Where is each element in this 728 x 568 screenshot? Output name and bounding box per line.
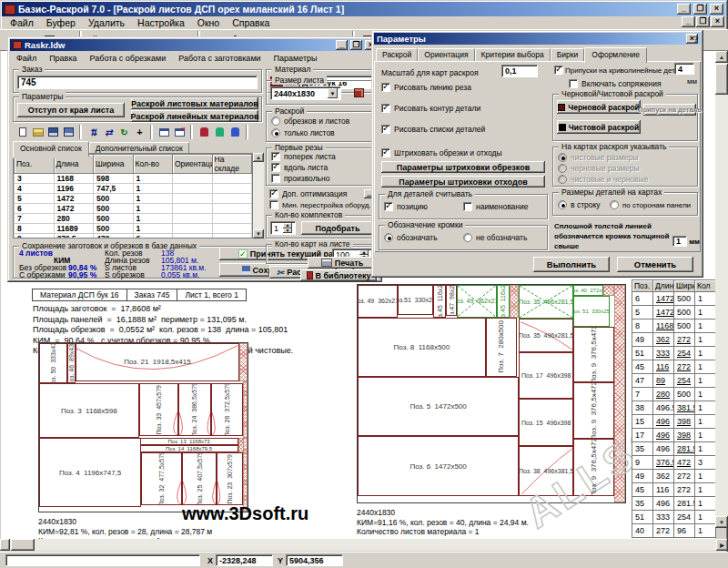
table-cell[interactable]: 500 xyxy=(674,320,695,333)
vertical-scrollbar[interactable]: ▲ ▼ xyxy=(715,51,728,528)
fit-sets-button[interactable]: Подобрать xyxy=(301,221,374,235)
tab-Критерии выбора[interactable]: Критерии выбора xyxy=(475,48,551,61)
table-cell[interactable]: 1472 xyxy=(653,292,674,306)
table-cell[interactable] xyxy=(212,204,252,214)
table-cell[interactable]: 1168 xyxy=(54,174,94,184)
table-cell[interactable]: 333 xyxy=(653,347,674,360)
tab-Оформление[interactable]: Оформление xyxy=(584,47,647,63)
table-row[interactable]: 8116895001 xyxy=(15,224,252,234)
table-row[interactable]: 514725001 xyxy=(15,194,252,204)
table-row[interactable]: 72805001 xyxy=(15,214,252,224)
table-cell[interactable]: 1 xyxy=(695,442,716,456)
order-input[interactable]: 745 xyxy=(17,76,258,89)
table-cell[interactable]: 4 xyxy=(15,184,55,194)
scroll-splitter[interactable] xyxy=(0,539,10,551)
table-cell[interactable] xyxy=(212,224,252,234)
table-cell[interactable]: 15 xyxy=(632,415,653,429)
table-row[interactable]: 513332541 xyxy=(632,347,716,360)
menu-item-Работа с обрезками[interactable]: Работа с обрезками xyxy=(84,53,173,64)
table-cell[interactable] xyxy=(173,224,213,234)
item-down-icon[interactable] xyxy=(101,126,116,138)
radio-no-mark-edge[interactable]: не обозначать xyxy=(463,233,527,242)
menu-item-Файл[interactable]: Файл xyxy=(10,53,43,64)
table-cell[interactable] xyxy=(212,214,252,224)
table-cell[interactable]: 116 xyxy=(653,483,674,497)
vscroll-thumb[interactable] xyxy=(715,64,728,95)
table-cell[interactable]: 47 xyxy=(632,374,653,388)
menu-item-Правка[interactable]: Правка xyxy=(43,53,83,64)
library-button[interactable]: В библиотеку xyxy=(300,269,377,281)
column-header-Кол-во[interactable]: Кол-во xyxy=(133,155,173,174)
table-cell[interactable]: 1 xyxy=(695,415,716,429)
table-cell[interactable]: 51 xyxy=(632,347,653,360)
checkbox-name[interactable]: наименование xyxy=(463,202,528,211)
table-cell[interactable]: 9 xyxy=(632,456,653,470)
table-cell[interactable]: 1 xyxy=(695,347,716,360)
table-cell[interactable]: 496 xyxy=(653,497,674,511)
table-cell[interactable]: 1 xyxy=(695,306,716,320)
new-icon[interactable] xyxy=(15,126,30,138)
table-cell[interactable] xyxy=(173,234,213,239)
table-cell[interactable]: 1 xyxy=(695,511,716,524)
radio-sheets-only[interactable]: только листов xyxy=(271,128,335,137)
table-cell[interactable]: 1 xyxy=(695,333,716,347)
table-cell[interactable]: 17 xyxy=(632,429,653,442)
table-cell[interactable]: 333 xyxy=(653,511,674,524)
checkbox-position[interactable]: позицию xyxy=(384,202,428,211)
table-cell[interactable]: 1 xyxy=(695,360,716,374)
menu-item-Справка[interactable]: Справка xyxy=(226,16,276,29)
table-cell[interactable]: 1472 xyxy=(54,204,94,214)
table-cell[interactable]: 1 xyxy=(695,374,716,388)
table-cell[interactable]: 376,5 xyxy=(653,456,674,470)
column-header-Ширина[interactable]: Ширина xyxy=(674,280,695,292)
table-cell[interactable]: 6 xyxy=(15,204,55,214)
menu-item-Файл[interactable]: Файл xyxy=(4,16,40,29)
table-cell[interactable]: 254 xyxy=(674,374,695,388)
table-cell[interactable]: 272 xyxy=(674,483,695,497)
table-row[interactable]: 72805001 xyxy=(632,388,716,401)
column-header-Поз.[interactable]: Поз. xyxy=(15,155,55,174)
table-cell[interactable]: 6 xyxy=(133,234,173,239)
table-cell[interactable]: 280 xyxy=(653,388,674,401)
edge-offset-button[interactable]: Отступ от края листа xyxy=(17,103,125,117)
raskr-restore-icon[interactable]: ❐ xyxy=(350,40,362,50)
table-row[interactable]: 41196747,51 xyxy=(15,184,252,194)
table-row[interactable]: 35496281.51 xyxy=(632,442,716,456)
table-cell[interactable]: 1 xyxy=(695,483,716,497)
cancel-button[interactable]: Отменить xyxy=(617,257,693,272)
table-cell[interactable]: 49 xyxy=(632,470,653,483)
db-green-icon[interactable] xyxy=(212,126,228,138)
add-icon[interactable] xyxy=(132,126,147,138)
table-row[interactable]: 47892541 xyxy=(632,374,716,388)
table-cell[interactable] xyxy=(212,184,252,194)
table-cell[interactable] xyxy=(212,194,252,204)
context-help-button[interactable] xyxy=(687,31,705,47)
table-cell[interactable]: 496 xyxy=(653,429,674,442)
table-cell[interactable]: 472 xyxy=(94,234,134,239)
table-cell[interactable]: 45 xyxy=(632,360,653,374)
table-cell[interactable]: 1 xyxy=(695,497,716,511)
table-cell[interactable]: 496 xyxy=(653,442,674,456)
scroll-down-icon[interactable]: ▼ xyxy=(715,516,728,528)
table-cell[interactable]: 281.5 xyxy=(674,497,695,511)
table-cell[interactable]: 496 xyxy=(653,415,674,429)
table-row[interactable]: 493622721 xyxy=(632,470,716,483)
table-row[interactable]: 174963981 xyxy=(632,429,716,442)
hscroll-thumb[interactable] xyxy=(11,539,35,551)
table-cell[interactable]: 5 xyxy=(632,306,653,320)
table-cell[interactable]: 254 xyxy=(674,511,695,524)
column-header-Ориентация[interactable]: Ориентация xyxy=(173,155,213,174)
details-scroll-up-icon[interactable]: ▲ xyxy=(253,153,264,162)
cut-linear-button[interactable]: Раскрой линейных материалов xyxy=(131,110,258,122)
menu-item-Окно[interactable]: Окно xyxy=(191,16,226,29)
mdi-minimize-icon[interactable]: _ xyxy=(682,16,695,27)
table-cell[interactable]: 500 xyxy=(674,388,695,401)
table-cell[interactable]: 1 xyxy=(133,194,173,204)
save-as-icon[interactable] xyxy=(61,126,76,138)
table-cell[interactable]: 116 xyxy=(653,360,674,374)
sheet-size-dropdown-icon[interactable]: ▼ xyxy=(328,88,338,98)
table-cell[interactable]: 49 xyxy=(632,333,653,347)
checkbox-hatch-waste[interactable]: Штриховать обрезки и отходы xyxy=(381,148,502,157)
table-cell[interactable]: 89 xyxy=(653,374,674,388)
table-row[interactable]: 9376,54726 xyxy=(15,234,252,239)
